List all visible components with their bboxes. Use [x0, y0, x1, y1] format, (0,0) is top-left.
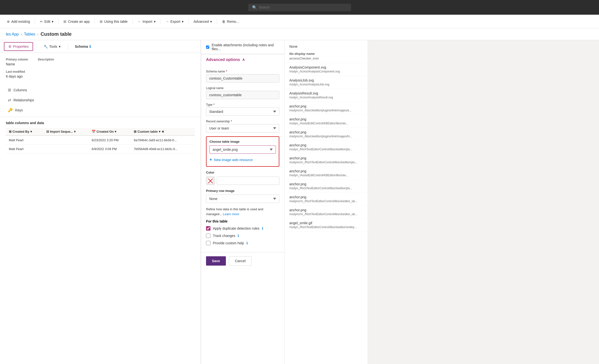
search-input[interactable] [259, 5, 347, 9]
last-modified-label: Last modified [6, 70, 195, 73]
list-item-sub: msdyn_/Icons/AnalysisResult.svg [289, 96, 358, 99]
list-item[interactable]: anchor.png msdyn_/RichTextEditorControl/… [284, 141, 367, 154]
created-by-col-icon: ⊞ [9, 130, 12, 133]
advanced-options-header[interactable]: Advanced options ∧ [201, 54, 284, 65]
list-item-sub: msdyncrm_/libs/ckeditor/plugins/link/ima… [289, 109, 358, 112]
description-label: Description [38, 58, 54, 61]
list-item-sub: msdyn_/Icons/AnalysisComponent.svg [289, 70, 358, 73]
list-item-sub: msdyn_/AssistEditControl/KBEditor/libs/c… [289, 174, 358, 177]
schema-nav-relationships[interactable]: ⇄ Relationships [4, 95, 197, 105]
list-item[interactable]: anchor.png msdyn_/AssistEditControl/KBEd… [284, 115, 367, 128]
track-changes-item: Track changes ℹ [206, 234, 279, 238]
schema-nav-keys[interactable]: 🔑 Keys [4, 105, 197, 115]
trash-icon: 🗑 [222, 20, 225, 23]
cell-import-seq [43, 136, 89, 145]
color-swatch-x [207, 177, 214, 184]
search-box[interactable]: 🔍 [248, 4, 351, 11]
cancel-button[interactable]: Cancel [229, 256, 252, 266]
toolbar-separator-5 [160, 19, 161, 24]
list-item[interactable]: anchor.png msdyn_/RichTextEditorControl/… [284, 180, 367, 193]
breadcrumb-tables[interactable]: Tables [24, 32, 35, 36]
advanced-button[interactable]: Advanced ▾ [191, 18, 215, 25]
edit-button[interactable]: ✏ Edit ▾ [37, 18, 56, 25]
save-button[interactable]: Save [206, 256, 226, 266]
list-item[interactable]: AnalysisComponent.svg msdyn_/Icons/Analy… [284, 63, 367, 76]
plus-icon: + [209, 157, 212, 162]
relationships-icon: ⇄ [8, 98, 11, 102]
search-icon: 🔍 [252, 5, 257, 10]
action-buttons: Save Cancel [201, 252, 284, 270]
new-image-web-resource-button[interactable]: + New image web resource [209, 156, 253, 163]
breadcrumb-sep-2: › [37, 32, 38, 36]
cell-created-by: Matt Peart [6, 136, 43, 145]
col-custom-table[interactable]: ⊞ Custom table ▾ ★ [131, 128, 195, 136]
apply-duplicate-info-icon: ℹ [262, 226, 263, 230]
list-item-name: anchor.png [289, 104, 363, 108]
col-import-seq[interactable]: ⊟ Import Seque... ▾ [43, 128, 89, 136]
list-item[interactable]: anchor.png msdyncrm_/libs/ckeditor/plugi… [284, 102, 367, 115]
schema-name-label: Schema name * [206, 70, 279, 73]
color-swatch[interactable] [206, 176, 215, 185]
list-item[interactable]: anchor.png msdyncrm_/RichTextEditorContr… [284, 154, 367, 167]
apply-duplicate-checkbox[interactable] [206, 226, 210, 231]
color-section: Color [201, 171, 284, 189]
list-item[interactable]: anchor.png msdyn_/AssistEditControl/KBEd… [284, 167, 367, 180]
col-created-by[interactable]: ⊞ Created By ▾ [6, 128, 43, 136]
record-ownership-select[interactable]: User or team [206, 124, 279, 132]
learn-more-link[interactable]: Learn more [223, 212, 239, 216]
import-button[interactable]: ← Import ▾ [135, 18, 159, 25]
provide-custom-help-checkbox[interactable] [206, 241, 210, 245]
cell-created-on: 6/23/2022 2:20 PM [89, 136, 131, 145]
list-item-name: anchor.png [289, 117, 363, 121]
list-item-sub: msdyncrm_/RichTextEditorControl/libs/cke… [289, 200, 358, 203]
color-label: Color [206, 171, 279, 174]
schema-label: Schema ℹ [71, 43, 95, 50]
top-bar: 🔍 [0, 0, 599, 15]
chevron-up-icon: ∧ [242, 57, 245, 62]
list-item-name: anchor.png [289, 143, 363, 147]
track-changes-info-icon: ℹ [238, 234, 239, 238]
required-star-type: * [213, 103, 215, 106]
schema-nav-columns[interactable]: ⊞ Columns [4, 85, 197, 95]
dropdown-none-item[interactable]: None [284, 42, 367, 51]
props-section: Schema name * Logical name Type * [201, 65, 284, 136]
primary-image-select[interactable]: None [206, 195, 279, 203]
create-app-button[interactable]: ⊞ Create an app [61, 18, 93, 25]
no-display-name-label: No display name [284, 51, 367, 56]
track-changes-checkbox[interactable] [206, 234, 210, 238]
export-chevron-icon: ▾ [182, 20, 183, 23]
logical-name-input[interactable] [206, 91, 279, 99]
type-select[interactable]: Standard [206, 107, 279, 116]
edit-chevron-icon: ▾ [52, 20, 53, 23]
schema-name-field: Schema name * [206, 70, 279, 82]
enable-attachments-checkbox[interactable] [206, 46, 209, 49]
toolbar-separator-6 [188, 19, 189, 24]
breadcrumb-app[interactable]: les App [6, 32, 19, 36]
cell-created-on: 6/9/2022 3:09 PM [89, 145, 131, 153]
image-dropdown[interactable]: angel_smile.png [209, 145, 276, 154]
breadcrumb-current: Custom table [40, 31, 72, 37]
export-button[interactable]: → Export ▾ [163, 18, 186, 25]
sort-icon-3: ▾ [115, 130, 116, 133]
col-created-on[interactable]: 📅 Created On ▾ [89, 128, 131, 136]
list-item[interactable]: anchor.png msdyncrm_/RichTextEditorContr… [284, 193, 367, 206]
add-existing-button[interactable]: ⊕ Add existing [4, 18, 33, 25]
list-item-sub: msdyncrm_/RichTextEditorControl/libs/cke… [289, 212, 358, 216]
tab-tools[interactable]: 🔧 Tools ▾ [39, 42, 65, 51]
remove-button[interactable]: 🗑 Remo... [219, 18, 242, 25]
tab-properties[interactable]: ⚙ Properties [4, 42, 33, 51]
list-item[interactable]: AnalysisResult.svg msdyn_/Icons/Analysis… [284, 89, 367, 102]
list-item-sub: msdyn_/AssistEditControl/KBEditor/libs/c… [289, 122, 358, 125]
list-item-sub: msdyn_/RichTextEditorControl/libs/ckedit… [289, 225, 358, 229]
list-item[interactable]: anchor.png msdyncrm_/RichTextEditorContr… [284, 206, 367, 219]
using-table-button[interactable]: ⊞ Using this table [97, 18, 131, 25]
export-icon: → [166, 20, 169, 23]
list-item[interactable]: AnalysisJob.svg msdyn_/Icons/AnalysisJob… [284, 76, 367, 89]
right-panel: Enable attachments (including notes and … [201, 40, 284, 364]
breadcrumb-sep-1: › [21, 32, 22, 36]
list-item[interactable]: anchor.png msdyncrm_/libs/ckeditor/plugi… [284, 128, 367, 141]
schema-name-input[interactable] [206, 74, 279, 82]
primary-col-label: Primary column [6, 58, 28, 61]
list-item[interactable]: angel_smile.gif msdyn_/RichTextEditorCon… [284, 219, 367, 232]
color-input[interactable] [217, 176, 279, 185]
